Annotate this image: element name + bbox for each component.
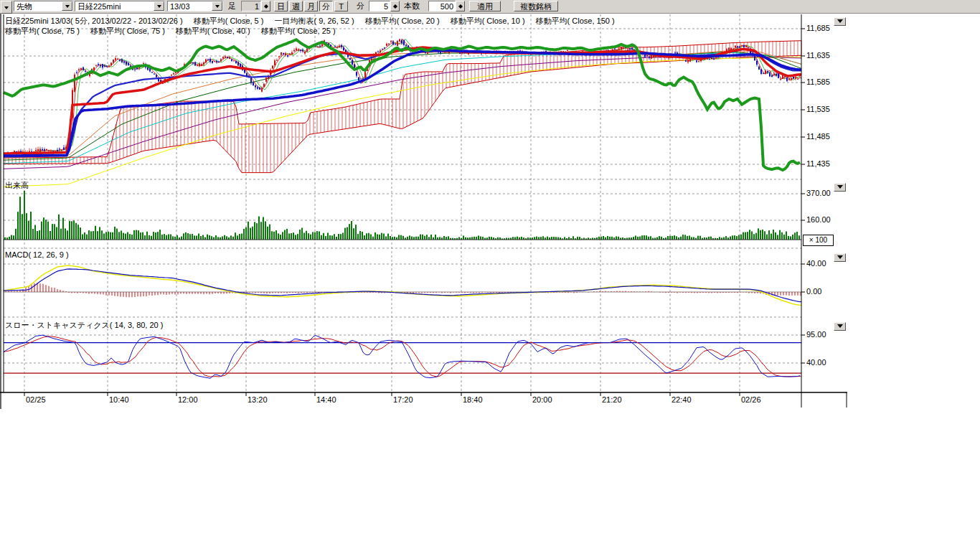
chevron-down-icon [65, 5, 70, 10]
chevron-down-icon [837, 185, 843, 192]
legend-item: 移動平均( Close, 10 ) [451, 16, 525, 27]
macd-pane-menu-button[interactable] [834, 253, 846, 262]
interval-unit-label: 分 [357, 1, 364, 11]
axis-tick-label: 11,485 [806, 132, 830, 141]
axis-tick-label: 11,685 [806, 24, 830, 32]
time-tick-label: 14:40 [316, 395, 336, 404]
chevron-down-icon [215, 5, 220, 10]
axis-tick-label: 95.00 [806, 330, 826, 339]
combo-arrow-button[interactable] [62, 1, 72, 11]
legend-item: 移動平均( Close, 150 ) [536, 16, 615, 27]
legend-item: 移動平均( Close, 20 ) [365, 16, 440, 27]
time-tick-label: 21:20 [602, 395, 622, 404]
volume-pane-label: 出来高 [5, 180, 29, 191]
macd-pane-label: MACD( 12, 26, 9 ) [5, 250, 69, 259]
macd-pane [4, 265, 801, 305]
period-button-月[interactable]: 月 [304, 1, 318, 11]
time-tick-label: 12:00 [178, 395, 198, 404]
dropdown-button[interactable] [1, 1, 12, 14]
volume-bars [4, 191, 801, 240]
axis-tick-label: 160.00 [806, 215, 831, 224]
axis-tick-label: 11,585 [806, 77, 830, 86]
symbol-value: 日経225mini [75, 2, 154, 11]
apply-button[interactable]: 適用 [469, 1, 501, 11]
time-tick-label: 10:40 [109, 395, 129, 404]
axis-tick-label: 11,635 [806, 51, 830, 60]
macd-signal-line [4, 265, 801, 305]
symbol-combobox[interactable]: 日経225mini [75, 1, 165, 11]
bar-type-label: 足 [228, 1, 236, 11]
time-tick-label: 20:00 [532, 395, 552, 404]
count-spinner[interactable] [456, 1, 465, 11]
period-button-T[interactable]: T [334, 1, 348, 11]
axis-tick-label: 11,535 [806, 105, 830, 113]
time-tick-label: 13:20 [248, 395, 268, 404]
stochastics-pane [4, 335, 801, 378]
chevron-down-icon [837, 19, 843, 26]
combo-arrow-button[interactable] [154, 1, 164, 11]
chevron-down-icon [837, 324, 843, 331]
axis-tick-label: 40.00 [806, 358, 826, 367]
contract-month-value: 13/03 [168, 2, 212, 11]
spin-down-icon [264, 6, 268, 11]
category-value: 先物 [14, 2, 62, 11]
main-pane-menu-button[interactable] [834, 17, 846, 26]
stoch-pane-label: スロー・ストキャスティクス( 14, 3, 80, 20 ) [5, 320, 163, 331]
bar-count-spinner[interactable] [261, 1, 270, 11]
axis-tick-label: 0.00 [806, 287, 821, 296]
chart-plot[interactable] [0, 13, 854, 415]
interval-field[interactable]: 5 [369, 1, 390, 11]
chevron-down-icon [4, 6, 9, 11]
contract-month-combobox[interactable]: 13/03 [167, 1, 223, 11]
spin-down-icon [458, 6, 463, 11]
volume-pane-menu-button[interactable] [834, 183, 846, 192]
axis-tick-label: 11,435 [806, 159, 830, 168]
legend-item: 日経225mini 13/03( 5分, 2013/02/22 - 2013/0… [5, 16, 183, 27]
interval-spinner[interactable] [390, 1, 400, 11]
period-button-分[interactable]: 分 [319, 1, 333, 11]
chart-area: 日経225mini 13/03( 5分, 2013/02/22 - 2013/0… [0, 13, 854, 415]
legend-item: 移動平均( Close, 40 ) [176, 26, 250, 37]
volume-multiplier-box: × 100 [803, 235, 834, 246]
axis-tick-label: 40.00 [806, 259, 826, 268]
toolbar: 先物 日経225mini 13/03 足 1 日週月分T 分 5 本数 500 … [0, 0, 980, 14]
period-button-日[interactable]: 日 [274, 1, 288, 11]
legend-item: 移動平均( Close, 75 ) [5, 26, 80, 37]
stoch-k-line [4, 335, 800, 378]
legend-item: 一目均衡表( 9, 26, 52 ) [274, 16, 354, 27]
time-tick-label: 02/26 [741, 395, 761, 404]
legend-item: 移動平均( Close, 25 ) [261, 26, 336, 37]
axis-tick-label: 370.00 [806, 189, 831, 197]
time-tick-label: 02/25 [26, 395, 46, 404]
stoch-pane-menu-button[interactable] [834, 322, 846, 331]
overlay-index-line [4, 39, 800, 170]
combo-arrow-button[interactable] [212, 1, 222, 11]
bar-count-field: 1 [241, 1, 261, 11]
time-tick-label: 17:20 [393, 395, 413, 404]
time-tick-label: 22:40 [672, 395, 692, 404]
legend-row-1: 日経225mini 13/03( 5分, 2013/02/22 - 2013/0… [5, 16, 615, 27]
period-button-週[interactable]: 週 [289, 1, 303, 11]
chevron-down-icon [837, 255, 843, 262]
time-tick-label: 18:40 [463, 395, 483, 404]
thin-ma-layer [4, 39, 801, 187]
category-combobox[interactable]: 先物 [14, 1, 73, 11]
axes-layer [0, 13, 847, 409]
legend-item: 移動平均( Close, 75 ) [90, 26, 165, 37]
multi-symbol-button[interactable]: 複数銘柄 [514, 1, 558, 11]
legend-row-2: 移動平均( Close, 75 )移動平均( Close, 75 )移動平均( … [5, 26, 336, 37]
count-label: 本数 [404, 1, 420, 11]
count-field[interactable]: 500 [428, 1, 456, 11]
chevron-down-icon [157, 5, 161, 10]
spin-down-icon [393, 6, 397, 11]
legend-item: 移動平均( Close, 5 ) [194, 16, 264, 27]
